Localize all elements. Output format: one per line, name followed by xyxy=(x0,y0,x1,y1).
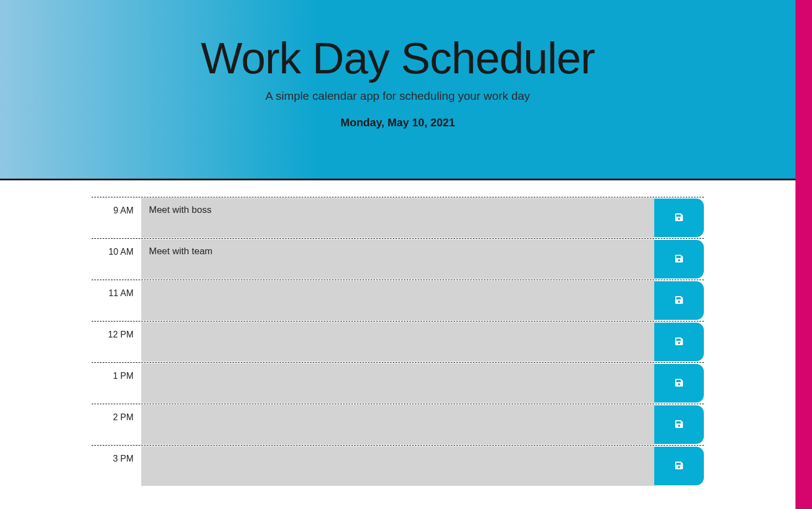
hour-label: 11 AM xyxy=(92,280,141,321)
save-button-12pm[interactable] xyxy=(654,323,704,361)
hour-label: 12 PM xyxy=(92,322,141,362)
save-button-3pm[interactable] xyxy=(654,447,704,485)
task-input-3pm[interactable] xyxy=(141,446,654,486)
task-input-10am[interactable] xyxy=(141,239,654,280)
save-icon xyxy=(675,254,683,265)
save-button-9am[interactable] xyxy=(654,199,704,237)
time-block-2pm: 2 PM xyxy=(92,404,704,445)
save-button-2pm[interactable] xyxy=(654,405,704,444)
current-date: Monday, May 10, 2021 xyxy=(11,116,784,129)
time-block-9am: 9 AM xyxy=(92,197,704,238)
save-icon xyxy=(675,461,683,472)
page-title: Work Day Scheduler xyxy=(11,33,784,84)
task-input-2pm[interactable] xyxy=(141,404,654,445)
save-button-11am[interactable] xyxy=(654,281,704,320)
header: Work Day Scheduler A simple calendar app… xyxy=(0,0,795,180)
save-icon xyxy=(675,337,683,347)
hour-label: 1 PM xyxy=(92,363,141,404)
time-block-12pm: 12 PM xyxy=(92,321,704,362)
save-icon xyxy=(675,420,683,430)
page-subtitle: A simple calendar app for scheduling you… xyxy=(11,89,784,103)
schedule-container: 9 AM 10 AM 11 AM 12 PM xyxy=(83,197,712,486)
hour-label: 2 PM xyxy=(92,404,141,445)
task-input-9am[interactable] xyxy=(141,197,654,238)
time-block-3pm: 3 PM xyxy=(92,445,704,486)
hour-label: 10 AM xyxy=(92,239,141,280)
save-button-10am[interactable] xyxy=(654,240,704,278)
task-input-12pm[interactable] xyxy=(141,322,654,362)
save-icon xyxy=(675,296,683,306)
hour-label: 9 AM xyxy=(92,197,141,238)
time-block-1pm: 1 PM xyxy=(92,362,704,404)
save-icon xyxy=(675,378,683,389)
task-input-11am[interactable] xyxy=(141,280,654,321)
hour-label: 3 PM xyxy=(92,446,141,486)
time-block-10am: 10 AM xyxy=(92,238,704,280)
save-icon xyxy=(675,213,683,223)
save-button-1pm[interactable] xyxy=(654,364,704,403)
task-input-1pm[interactable] xyxy=(141,363,654,404)
time-block-11am: 11 AM xyxy=(92,280,704,321)
